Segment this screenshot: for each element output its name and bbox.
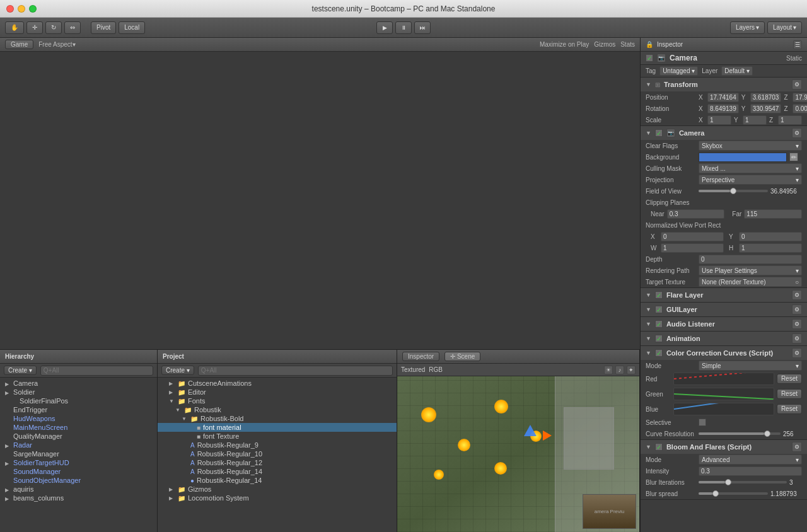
list-item[interactable]: SoundObjectManager [0,476,157,485]
list-item[interactable]: MainMenuScreen [0,423,157,432]
textured-mode-btn[interactable]: Textured [401,366,425,373]
green-curve[interactable] [673,388,774,400]
far-value[interactable]: 115 [744,209,802,219]
gui-layer-header[interactable]: ▼ ✓ GUILayer ⚙ [641,303,807,316]
maximize-button[interactable] [29,5,37,13]
inspector-menu-icon[interactable]: ☰ [793,40,802,49]
list-item[interactable]: HudWeapons [0,414,157,423]
list-item[interactable]: ▶📁 Gizmos [158,485,397,494]
project-search-input[interactable] [198,366,393,376]
blur-spread-slider[interactable] [699,492,768,495]
curve-res-slider[interactable] [699,432,781,435]
list-item[interactable]: A Robustik-Regular_10 [158,449,397,458]
inspector-bottom-tab[interactable]: Inspector [402,352,439,361]
layout-dropdown[interactable]: Layout ▾ [767,21,802,34]
culling-mask-dropdown[interactable]: Mixed ... ▾ [699,163,802,173]
position-z-value[interactable]: 17.97578 [792,93,807,102]
list-item[interactable]: QualityManager [0,432,157,441]
scale-y-value[interactable]: 1 [743,115,767,125]
game-tab[interactable]: Game [5,40,33,49]
transform-header[interactable]: ▼ ⊞ Transform ⚙ [641,78,807,91]
rotation-x-value[interactable]: 8.649139 [707,104,739,113]
cc-enable-checkbox[interactable]: ✓ [655,349,663,357]
near-value[interactable]: 0.3 [667,209,725,219]
hand-tool-button[interactable]: ✋ [5,21,24,34]
rotation-z-value[interactable]: 0.0009765625 [792,104,807,113]
list-item[interactable]: ● Robustik-Regular_14 [158,476,397,485]
cc-mode-dropdown[interactable]: Simple ▾ [699,361,802,371]
bloom-settings-icon[interactable]: ⚙ [792,442,802,452]
pause-button[interactable]: ⏸ [395,21,412,34]
audio-listener-header[interactable]: ▼ ✓ Audio Listener ⚙ [641,317,807,331]
rgb-btn[interactable]: RGB [429,366,443,373]
hierarchy-create-button[interactable]: Create ▾ [4,366,37,375]
list-item[interactable]: A Robustik-Regular_9 [158,441,397,449]
viewport-y[interactable]: 0 [739,232,802,241]
anim-enable-checkbox[interactable]: ✓ [655,335,663,342]
list-item[interactable]: ▶ Radar [0,441,157,449]
viewport-x[interactable]: 0 [661,232,724,241]
flare-layer-header[interactable]: ▼ ✓ Flare Layer ⚙ [641,288,807,302]
scene-fx-icon[interactable]: ✦ [627,366,636,374]
rotate-tool-button[interactable]: ↻ [45,21,62,34]
target-texture-dropdown[interactable]: None (Render Texture) ○ [699,277,802,287]
list-item[interactable]: ▼📁 Robustik-Bold [158,414,397,423]
transform-settings-icon[interactable]: ⚙ [792,79,802,90]
anim-settings-icon[interactable]: ⚙ [792,333,802,344]
blue-reset-button[interactable]: Reset [777,404,802,414]
list-item[interactable]: ▶📁 Editor [158,388,397,396]
flare-settings-icon[interactable]: ⚙ [792,290,802,300]
camera-comp-header[interactable]: ▼ ✓ 📷 Camera ⚙ [641,126,807,140]
background-color-preview[interactable] [699,153,787,162]
animation-header[interactable]: ▼ ✓ Animation ⚙ [641,332,807,345]
selective-checkbox[interactable] [699,419,706,426]
static-checkbox[interactable]: Static [786,55,802,62]
list-item[interactable]: A Robustik-Regular_14 [158,467,397,476]
gui-enable-checkbox[interactable]: ✓ [655,306,663,313]
scale-x-value[interactable]: 1 [707,115,731,125]
scene-sun-icon[interactable]: ☀ [604,366,613,374]
camera-settings-icon[interactable]: ⚙ [792,128,802,138]
object-enable-checkbox[interactable]: ✓ [646,54,653,62]
fov-slider[interactable] [699,190,768,192]
project-create-button[interactable]: Create ▾ [161,366,194,375]
local-button[interactable]: Local [119,21,145,34]
bloom-mode-dropdown[interactable]: Advanced ▾ [699,454,802,465]
pivot-button[interactable]: Pivot [91,21,116,34]
list-item[interactable]: ■ font Texture [158,432,397,441]
list-item[interactable]: ▶ beams_columns [0,494,157,502]
stats-btn[interactable]: Stats [620,41,635,48]
bloom-header[interactable]: ▼ ✓ Bloom And Flares (Script) ⚙ [641,440,807,454]
position-x-value[interactable]: 17.74164 [707,93,739,102]
tag-dropdown[interactable]: Untagged ▾ [659,66,698,76]
depth-value[interactable]: 0 [699,255,802,264]
scene-bottom-tab[interactable]: ✛ Scene [444,352,480,361]
list-item[interactable]: ▶ aquiris [0,485,157,494]
gizmos-btn[interactable]: Gizmos [594,41,615,48]
list-item[interactable]: SargeManager [0,449,157,458]
rotation-y-value[interactable]: 330.9547 [750,104,782,113]
list-item[interactable]: EndTrigger [0,405,157,414]
maximize-on-play-btn[interactable]: Maximize on Play [540,41,589,48]
scene-audio-icon[interactable]: ♪ [615,366,624,374]
gui-settings-icon[interactable]: ⚙ [792,304,802,315]
list-item-selected[interactable]: ■ font material [158,423,397,432]
list-item[interactable]: ▶📁 Locomotion System [158,494,397,502]
scale-tool-button[interactable]: ⇔ [64,21,81,34]
flare-enable-checkbox[interactable]: ✓ [655,291,663,299]
list-item[interactable]: ▼📁 Fonts [158,396,397,405]
step-button[interactable]: ⏭ [414,21,431,34]
projection-dropdown[interactable]: Perspective ▾ [699,175,802,185]
aspect-selector[interactable]: Free Aspect ▾ [38,41,75,48]
rendering-dropdown[interactable]: Use Player Settings ▾ [699,265,802,275]
green-reset-button[interactable]: Reset [777,389,802,399]
red-reset-button[interactable]: Reset [777,374,802,384]
scale-z-value[interactable]: 1 [778,115,802,125]
layers-dropdown[interactable]: Layers ▾ [730,21,765,34]
list-item[interactable]: A Robustik-Regular_12 [158,458,397,467]
list-item[interactable]: SoundManager [0,467,157,476]
position-y-value[interactable]: 3.618703 [750,93,782,102]
move-tool-button[interactable]: ✛ [26,21,43,34]
list-item[interactable]: ▶ SoldierTargetHUD [0,458,157,467]
blue-curve[interactable] [673,403,774,415]
